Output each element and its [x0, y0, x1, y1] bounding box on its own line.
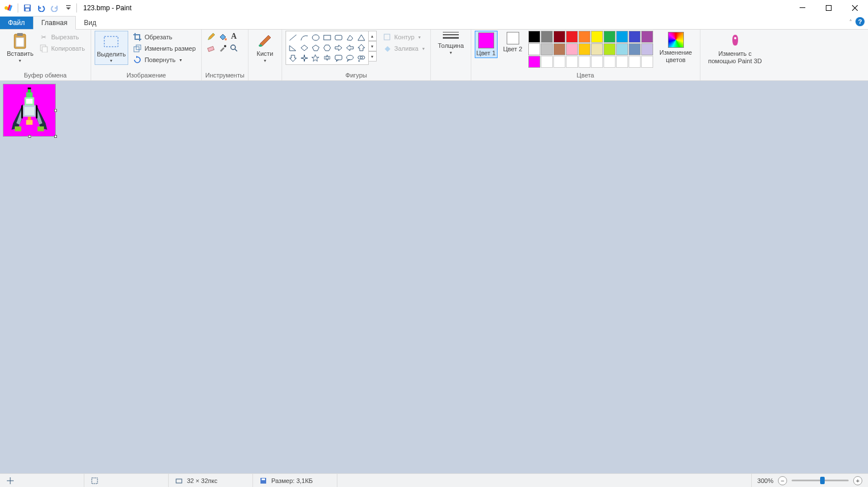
color2-button[interactable]: Цвет 2 [500, 31, 526, 54]
eraser-tool[interactable] [205, 42, 217, 54]
color-swatch[interactable] [528, 56, 540, 68]
color-swatch[interactable] [566, 56, 578, 68]
edit-colors-button[interactable]: Изменение цветов [655, 31, 696, 64]
fill-button[interactable]: Заливка▾ [380, 43, 427, 54]
shapes-scroll-up[interactable]: ▴ [369, 31, 377, 41]
shape-pentagon[interactable] [310, 43, 321, 53]
color-swatch[interactable] [541, 31, 553, 43]
zoom-in-button[interactable]: + [853, 476, 862, 485]
color-swatch[interactable] [641, 56, 653, 68]
copy-button[interactable]: Копировать [37, 43, 87, 54]
color-swatch[interactable] [528, 43, 540, 55]
color-swatch[interactable] [591, 56, 603, 68]
save-button[interactable] [21, 2, 34, 14]
tab-view[interactable]: Вид [76, 17, 104, 29]
shape-rect[interactable] [321, 32, 333, 43]
color-palette [528, 31, 653, 68]
select-button[interactable]: Выделить ▾ [95, 31, 128, 65]
cut-button[interactable]: ✂Вырезать [37, 32, 87, 42]
canvas[interactable] [3, 84, 55, 136]
color-swatch[interactable] [553, 43, 565, 55]
brushes-button[interactable]: Кисти ▾ [252, 31, 278, 64]
magnifier-tool[interactable] [228, 42, 239, 54]
shape-arrow-l[interactable] [344, 43, 356, 53]
color1-button[interactable]: Цвет 1 [475, 31, 498, 58]
thickness-button[interactable]: Толщина ▾ [434, 31, 467, 56]
close-button[interactable] [842, 0, 868, 16]
tab-file[interactable]: Файл [0, 17, 33, 29]
rotate-button[interactable]: Повернуть▾ [131, 55, 198, 65]
color-swatch[interactable] [566, 43, 578, 55]
shapes-scroll-down[interactable]: ▾ [369, 41, 377, 51]
resize-handle-se[interactable] [54, 135, 57, 138]
paste-button[interactable]: Вставить ▾ [3, 31, 37, 64]
shape-arrow-u[interactable] [356, 43, 367, 53]
color-swatch[interactable] [591, 43, 603, 55]
shape-oval[interactable] [310, 32, 321, 43]
resize-handle-s[interactable] [28, 135, 31, 138]
shape-callout-cloud[interactable] [356, 53, 367, 63]
paint3d-button[interactable]: Изменить с помощью Paint 3D [704, 31, 767, 66]
shape-line[interactable] [287, 32, 299, 43]
outline-button[interactable]: Контур▾ [380, 32, 427, 42]
color-swatch[interactable] [616, 56, 628, 68]
color-swatch[interactable] [528, 31, 540, 43]
svg-rect-18 [207, 46, 214, 51]
color-swatch[interactable] [641, 31, 653, 43]
text-tool[interactable]: A [228, 31, 239, 42]
redo-button[interactable] [48, 2, 61, 14]
shape-rtriangle[interactable] [287, 43, 299, 53]
color-swatch[interactable] [604, 31, 616, 43]
group-label-brushes [252, 71, 278, 80]
color-swatch[interactable] [566, 31, 578, 43]
shape-arrow-d[interactable] [287, 53, 299, 63]
color-swatch[interactable] [641, 43, 653, 55]
shape-star6[interactable] [321, 53, 333, 63]
crop-button[interactable]: Обрезать [131, 32, 198, 42]
color-swatch[interactable] [629, 43, 641, 55]
maximize-button[interactable] [816, 0, 842, 16]
color-swatch[interactable] [604, 56, 616, 68]
color-swatch[interactable] [604, 43, 616, 55]
resize-button[interactable]: Изменить размер [131, 43, 198, 54]
help-button[interactable]: ? [855, 17, 865, 26]
color-swatch[interactable] [629, 56, 641, 68]
color-swatch[interactable] [578, 56, 590, 68]
color-swatch[interactable] [553, 31, 565, 43]
shape-star5[interactable] [310, 53, 321, 63]
zoom-slider[interactable] [792, 480, 849, 481]
qat-customize-button[interactable] [62, 2, 75, 14]
canvas-workspace[interactable] [0, 81, 868, 473]
undo-button[interactable] [35, 2, 47, 14]
ribbon-collapse-button[interactable]: ˄ [849, 19, 852, 25]
shape-curve[interactable] [299, 32, 310, 43]
shape-star4[interactable] [299, 53, 310, 63]
pencil-tool[interactable] [205, 31, 217, 42]
resize-handle-e[interactable] [54, 109, 57, 112]
shape-roundrect[interactable] [333, 32, 344, 43]
color-swatch[interactable] [616, 43, 628, 55]
color-swatch[interactable] [629, 31, 641, 43]
zoom-thumb[interactable] [820, 477, 825, 484]
shape-diamond[interactable] [299, 43, 310, 53]
color-swatch[interactable] [541, 43, 553, 55]
shape-callout-rect[interactable] [333, 53, 344, 63]
shape-arrow-r[interactable] [333, 43, 344, 53]
color-swatch[interactable] [553, 56, 565, 68]
color-swatch[interactable] [591, 31, 603, 43]
minimize-button[interactable] [789, 0, 816, 16]
shape-hexagon[interactable] [321, 43, 333, 53]
zoom-out-button[interactable]: − [778, 476, 787, 485]
picker-tool[interactable] [217, 42, 228, 54]
shapes-expand[interactable]: ▾ [369, 51, 377, 62]
tab-home[interactable]: Главная [33, 16, 76, 30]
shape-triangle[interactable] [356, 32, 367, 43]
shape-polygon[interactable] [344, 32, 356, 43]
color-swatch[interactable] [578, 43, 590, 55]
color-swatch[interactable] [541, 56, 553, 68]
shape-callout-oval[interactable] [344, 53, 356, 63]
color-swatch[interactable] [578, 31, 590, 43]
color-swatch[interactable] [616, 31, 628, 43]
fill-tool[interactable] [217, 31, 228, 42]
shapes-gallery[interactable] [286, 31, 369, 65]
